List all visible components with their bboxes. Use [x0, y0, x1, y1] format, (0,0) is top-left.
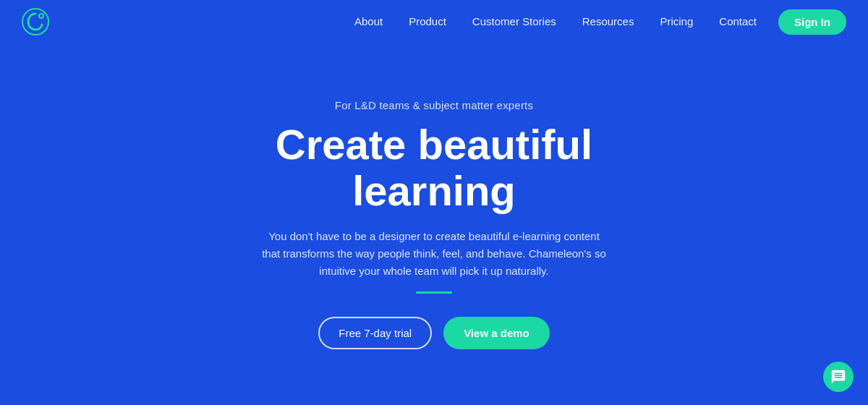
hero-description: You don't have to be a designer to creat… [260, 228, 608, 280]
chat-bubble-button[interactable] [823, 362, 854, 392]
chat-icon [830, 369, 846, 385]
navbar: About Product Customer Stories Resources… [0, 0, 868, 43]
nav-product[interactable]: Product [409, 15, 446, 27]
nav-links: About Product Customer Stories Resources… [354, 15, 757, 28]
signin-button[interactable]: Sign In [778, 9, 846, 35]
nav-pricing[interactable]: Pricing [660, 15, 693, 27]
nav-about[interactable]: About [354, 15, 383, 27]
nav-resources[interactable]: Resources [582, 15, 634, 27]
nav-customer-stories[interactable]: Customer Stories [472, 15, 556, 27]
nav-contact[interactable]: Contact [719, 15, 757, 27]
hero-section: For L&D teams & subject matter experts C… [0, 43, 868, 405]
view-demo-button[interactable]: View a demo [443, 317, 550, 349]
svg-point-2 [40, 14, 43, 17]
hero-subtitle: For L&D teams & subject matter experts [335, 99, 533, 111]
hero-divider [416, 291, 452, 294]
free-trial-button[interactable]: Free 7-day trial [318, 317, 432, 349]
hero-buttons: Free 7-day trial View a demo [318, 317, 549, 349]
svg-point-0 [22, 9, 48, 35]
logo[interactable] [22, 8, 49, 35]
hero-title: Create beautiful learning [276, 122, 592, 214]
